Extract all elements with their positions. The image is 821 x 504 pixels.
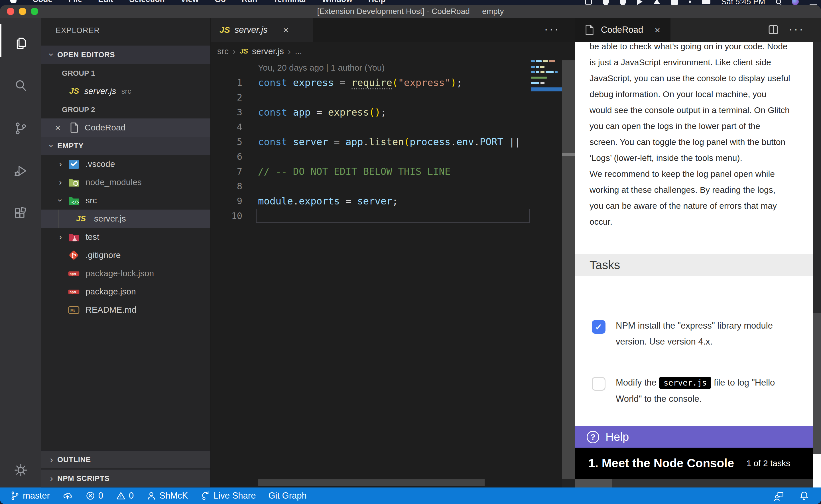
statusbar-git-graph[interactable]: Git Graph xyxy=(268,491,307,501)
code-line-3[interactable]: 3const app = express(); xyxy=(211,105,575,120)
file-icon xyxy=(584,24,595,36)
search-icon[interactable] xyxy=(14,79,28,93)
split-editor-icon[interactable] xyxy=(768,24,779,35)
code-line-4[interactable]: 4 xyxy=(211,120,575,134)
code-line-7[interactable]: 7// -- DO NOT EDIT BELOW THIS LINE xyxy=(211,164,575,179)
statusbar-bell[interactable] xyxy=(799,490,810,501)
tree-item-src[interactable]: </>src xyxy=(41,191,211,210)
shield-icon[interactable] xyxy=(620,0,626,5)
code-line-2[interactable]: 2 xyxy=(211,90,575,105)
panel-vertical-scrollbar[interactable] xyxy=(813,42,821,313)
breadcrumb-folder[interactable]: src xyxy=(217,46,229,56)
code-line-1[interactable]: 1const express = require("express"); xyxy=(211,75,575,90)
tree-item-label: package.json xyxy=(85,287,136,296)
code-line-6[interactable]: 6 xyxy=(211,149,575,164)
open-editor-item-server.js[interactable]: JSserver.jssrc xyxy=(41,82,211,100)
open-editors-header[interactable]: OPEN EDITORS xyxy=(41,46,211,64)
task-checkbox-checked[interactable]: ✓ xyxy=(592,320,605,334)
code-line-9[interactable]: 9module.exports = server; xyxy=(211,194,575,208)
tree-item-serverjs[interactable]: JSserver.js xyxy=(41,210,211,228)
menu-item-help[interactable]: Help xyxy=(368,0,386,4)
spotlight-search-icon[interactable] xyxy=(776,0,781,4)
lesson-text-line: debug information. On your local machine… xyxy=(589,86,821,102)
panel-vertical-scrollbar-track[interactable] xyxy=(813,313,821,454)
editor-vertical-scrollbar[interactable] xyxy=(562,60,575,479)
statusbar-0[interactable]: 0 xyxy=(116,491,134,501)
editor-horizontal-scrollbar[interactable] xyxy=(258,479,485,486)
menu-item-file[interactable]: File xyxy=(68,0,82,4)
statusbar-0[interactable]: 0 xyxy=(85,491,103,501)
code-line-10[interactable]: 10 xyxy=(211,208,575,223)
extensions-icon[interactable] xyxy=(14,207,28,221)
apple-menu-icon[interactable] xyxy=(10,0,17,3)
shield-icon[interactable] xyxy=(602,0,609,5)
statusbar-shmck[interactable]: ShMcK xyxy=(146,491,188,501)
run-debug-icon[interactable] xyxy=(14,164,28,178)
menu-item-go[interactable]: Go xyxy=(215,0,226,4)
battery-icon[interactable] xyxy=(702,0,710,4)
scrollbar-thumb[interactable] xyxy=(575,479,612,487)
section-npm-scripts[interactable]: NPM SCRIPTS xyxy=(41,469,211,487)
close-editor-icon[interactable]: × xyxy=(55,122,61,133)
notes-icon[interactable] xyxy=(671,0,678,5)
lesson-text-line: We recommend to keep the log panel open … xyxy=(589,166,821,182)
menu-item-view[interactable]: View xyxy=(181,0,199,4)
menu-item-window[interactable]: Window xyxy=(322,0,352,4)
breadcrumb[interactable]: src › JS server.js › ... xyxy=(217,42,302,60)
scrollbar-thumb[interactable] xyxy=(562,153,575,156)
lesson-footer[interactable]: 1. Meet the Node Console 1 of 2 tasks xyxy=(575,448,813,479)
indent-guide xyxy=(58,210,59,228)
close-tab-icon[interactable]: × xyxy=(283,24,289,36)
menu-item-edit[interactable]: Edit xyxy=(98,0,113,4)
window-titlebar[interactable]: [Extension Development Host] - CodeRoad … xyxy=(0,5,821,18)
files-icon[interactable] xyxy=(14,36,28,51)
eject-icon[interactable] xyxy=(654,0,660,4)
task-checkbox-unchecked[interactable] xyxy=(592,377,605,391)
dot-icon[interactable] xyxy=(689,1,691,3)
statusbar-feedback[interactable] xyxy=(773,490,784,501)
chevron-right-icon xyxy=(46,474,57,483)
tab-coderoad[interactable]: CodeRoad × xyxy=(575,18,671,42)
statusbar-cloud-up[interactable] xyxy=(62,491,73,501)
control-center-icon[interactable] xyxy=(810,0,817,5)
breadcrumb-symbol[interactable]: ... xyxy=(295,46,302,56)
code-editor[interactable]: You, 20 days ago | 1 author (You) 1const… xyxy=(211,60,575,223)
tree-item-gitignore[interactable]: .gitignore xyxy=(41,246,211,264)
folder-section-label: EMPTY xyxy=(57,142,83,150)
menu-item-code[interactable]: Code xyxy=(32,0,52,4)
lesson-description: be able to check what's going on in your… xyxy=(589,42,821,230)
statusbar-master[interactable]: master xyxy=(10,491,50,501)
play-icon[interactable] xyxy=(637,0,643,5)
help-section-header[interactable]: ? Help xyxy=(575,426,813,448)
open-editor-item-coderoad[interactable]: ×CodeRoad xyxy=(41,118,211,137)
source-control-icon[interactable] xyxy=(14,121,28,136)
panel-horizontal-scrollbar[interactable] xyxy=(575,479,813,487)
tab-label: CodeRoad xyxy=(601,25,643,35)
menubar-clock[interactable]: Sat 5:45 PM xyxy=(721,0,765,5)
tree-item-packagejson[interactable]: npmpackage.json xyxy=(41,282,211,301)
svg-text:</>: </> xyxy=(71,200,79,205)
code-line-5[interactable]: 5const server = app.listen(process.env.P… xyxy=(211,134,575,149)
tree-item-node_modules[interactable]: node_modules xyxy=(41,173,211,191)
tree-item-test[interactable]: test xyxy=(41,228,211,246)
folder-section-header[interactable]: EMPTY xyxy=(41,137,211,155)
menu-item-selection[interactable]: Selection xyxy=(129,0,164,4)
tree-item-vscode[interactable]: .vscode xyxy=(41,155,211,173)
siri-icon[interactable] xyxy=(792,0,799,5)
menu-item-run[interactable]: Run xyxy=(242,0,257,4)
tab-server-js[interactable]: JS server.js × xyxy=(211,18,313,42)
settings-gear-icon[interactable] xyxy=(14,463,28,477)
menu-item-terminal[interactable]: Terminal xyxy=(273,0,306,4)
close-tab-icon[interactable]: × xyxy=(655,24,660,36)
section-outline[interactable]: OUTLINE xyxy=(41,450,211,468)
minimap[interactable] xyxy=(531,60,562,91)
live-share-icon xyxy=(200,491,211,501)
statusbar-live-share[interactable]: Live Share xyxy=(200,491,256,501)
panel-actions-more-icon[interactable]: ··· xyxy=(789,18,804,42)
tree-item-readmemd[interactable]: M↓README.md xyxy=(41,301,211,319)
editor-actions-more-icon[interactable]: ··· xyxy=(544,18,560,42)
breadcrumb-file[interactable]: server.js xyxy=(252,46,284,56)
screen-mirroring-icon[interactable] xyxy=(585,0,592,5)
code-line-8[interactable]: 8 xyxy=(211,179,575,194)
tree-item-package-lockjson[interactable]: npmpackage-lock.json xyxy=(41,264,211,282)
